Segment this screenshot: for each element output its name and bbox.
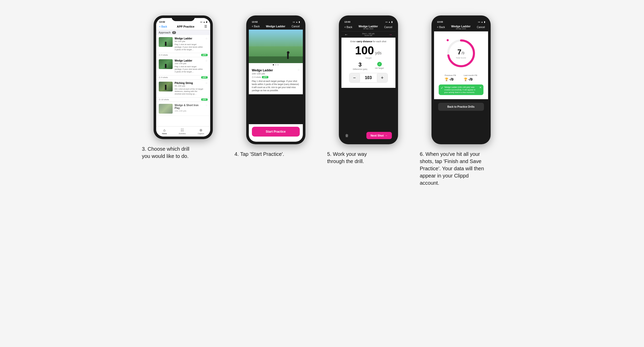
drill-item-4[interactable]: Wedge & Short Iron Play 100–140 yds ☆ [156,102,210,116]
wifi-icon-4: ▲ [481,21,483,23]
shots-label-p2: ◷ 9 shots [252,76,261,78]
last-pb-box: Last month PB 🏆 -/9 [464,74,477,81]
drill-desc-3: Hit 1 shot at each of the 10 target dist… [175,88,203,95]
score-text: 7/9 Total Score [456,48,466,59]
hit-target-icon: ✓ [377,62,382,66]
drill-name-1: Wedge Ladder [175,37,203,40]
drill-figure-1 [165,42,166,46]
start-practice-button[interactable]: Start Practice [252,127,300,137]
delete-icon[interactable]: 🗑 [345,133,349,138]
wifi-icon-2: ▲ [296,21,298,23]
phone-1-inner: 13:02 ▪▪▪ ▲ ▮ < Back APP Practice ☰ Appr… [156,18,210,137]
dot-2 [275,64,276,65]
nav-title-sub-3: 06 Mar 2023 [359,28,378,30]
carousel-dots [249,63,303,66]
back-button-3[interactable]: < Back [345,26,352,29]
clock-icon-p2: ◷ [252,76,254,78]
next-shot-arrow[interactable]: → [389,32,392,37]
column-2: 13:02 ▪▪▪ ▲ ▮ < Back Wedge Ladder Cancel [235,15,317,187]
phone-3: 13:03 ▪▪▪ ▲ ▮ < Back Wedge Ladder 06 Mar… [339,15,398,144]
notch-1 [172,15,195,21]
drill-range-4: 100–140 yds [175,110,203,112]
score-numerator: 7 [457,48,462,56]
cancel-button-3[interactable]: Cancel [384,26,392,29]
tab-home[interactable]: ⌂ Home [162,128,167,134]
practice-range: 100–140 yds [252,72,273,75]
star-icon-3[interactable]: ☆ [205,82,208,84]
stats-row: 3 Difference (yds) ✓ Hit Target [344,61,393,70]
back-to-drills-button[interactable]: Back to Practice Drills [438,103,484,111]
trophy-icon-2: 🏆 [464,78,467,81]
tab-capture[interactable]: ⊕ Capture [198,128,204,134]
status-icons-1: ▪▪▪ ▲ ▮ [200,21,207,23]
drill-figure-2 [165,64,166,68]
next-shot-bar: 🗑 Next Shot → [341,129,395,142]
practice-title: Wedge Ladder [252,69,273,72]
decrement-button[interactable]: − [349,73,360,82]
activities-icon: ☷ [181,128,184,132]
phone-2-inner: 13:02 ▪▪▪ ▲ ▮ < Back Wedge Ladder Cancel [249,18,303,142]
hit-label: Hit Target [375,67,384,69]
signal-icon: ▪▪▪ [200,21,202,23]
nav-title-3: Wedge Ladder [359,25,378,28]
phone-2: 13:02 ▪▪▪ ▲ ▮ < Back Wedge Ladder Cancel [246,15,305,144]
nav-title-4: Wedge Ladder [451,25,471,28]
dot-1 [273,64,274,65]
diff-num: 3 [353,61,367,68]
phone-4: 13:03 ▪▪▪ ▲ ▮ < Back Wedge Ladder 06 Mar… [431,15,491,144]
drill-meta-3: ◷ 10 shots APP [156,98,210,102]
section-badge: 7 [172,31,176,34]
app-badge-2: APP [201,76,207,79]
caption-2: 4. Tap 'Start Practice'. [235,150,284,158]
drill-item-2[interactable]: Wedge Ladder 100–140 yds Play 1 shot at … [156,57,210,75]
last-pb-value: 🏆 -/9 [464,77,477,81]
nav-bar-1: < Back APP Practice ☰ [156,24,210,30]
caption-1: 3. Choose which drill you would like to … [142,145,199,160]
cancel-button-2[interactable]: Cancel [292,25,299,28]
drill-range-1: 50–100 yds [175,40,203,43]
time-4: 13:03 [437,21,443,23]
caption-3: 5. Work your way through the drill. [327,150,384,165]
stepper: − 103 + [349,73,388,83]
drill-thumb-1 [159,37,173,47]
clock-icon-1: ◷ [159,54,161,56]
success-message: 'Wedge Ladder (100–140 yds)' was created… [444,86,478,94]
dot-3 [277,64,279,65]
phone-1: 13:02 ▪▪▪ ▲ ▮ < Back APP Practice ☰ Appr… [154,15,213,139]
drill-range-2: 100–140 yds [175,62,203,65]
section-header: Approach 7 [156,30,210,35]
prev-shot-arrow[interactable]: ← [345,32,348,37]
tab-activities[interactable]: ☷ Activities [179,128,186,134]
drill-item-3[interactable]: Pitching String 55–100 yds Hit 1 shot at… [156,80,210,98]
increment-button[interactable]: + [377,73,387,82]
next-shot-button[interactable]: Next Shot → [366,132,392,139]
last-pb-label: Last month PB [464,74,477,77]
check-icon: ✓ [441,86,443,90]
menu-icon-1[interactable]: ☰ [204,25,207,28]
arrow-right-icon: → [385,134,388,137]
notch-2 [264,15,287,21]
success-close-icon[interactable]: ✕ [479,86,481,89]
target-number: 100 [355,44,374,57]
wifi-icon: ▲ [203,21,205,23]
star-icon-4[interactable]: ☆ [205,104,208,107]
back-button-2[interactable]: < Back [252,25,260,28]
back-button-1[interactable]: < Back [159,25,167,28]
star-icon-1[interactable]: ☆ [205,37,208,40]
column-3: 13:03 ▪▪▪ ▲ ▮ < Back Wedge Ladder 06 Mar… [327,15,410,187]
drill-item-1[interactable]: Wedge Ladder 50–100 yds Play 1 shot at e… [156,35,210,53]
drill-info-2: Wedge Ladder 100–140 yds Play 1 shot at … [175,59,203,73]
drill-name-4: Wedge & Short Iron Play [175,104,203,109]
stepper-value: 103 [360,74,377,82]
column-4: 13:03 ▪▪▪ ▲ ▮ < Back Wedge Ladder 06 Mar… [420,15,502,187]
cancel-button-4[interactable]: Cancel [477,26,485,29]
star-icon-p2[interactable]: ☆ [297,69,300,71]
target-unit: yds [375,51,382,55]
back-button-4[interactable]: < Back [437,26,445,29]
phone-3-inner: 13:03 ▪▪▪ ▲ ▮ < Back Wedge Ladder 06 Mar… [341,18,395,142]
enter-label: Enter carry distance for each shot [344,40,393,43]
drill-name-2: Wedge Ladder [175,59,203,62]
nav-title-1: APP Practice [177,25,194,28]
wifi-icon-3: ▲ [389,21,391,23]
star-icon-2[interactable]: ☆ [205,59,208,62]
